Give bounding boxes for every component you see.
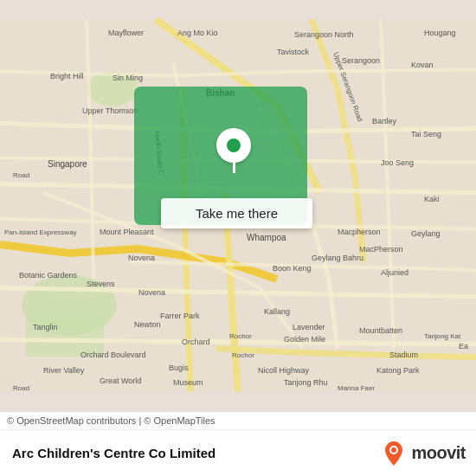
svg-text:Sin Ming: Sin Ming	[113, 74, 143, 82]
app: Mayflower Ang Mo Kio Serangoon North Hou…	[0, 0, 476, 476]
svg-text:Bartley: Bartley	[372, 117, 397, 125]
svg-text:Lavender: Lavender	[293, 323, 325, 331]
svg-text:Mayflower: Mayflower	[108, 29, 144, 37]
moovit-icon	[380, 440, 408, 467]
svg-text:Singapore: Singapore	[48, 159, 87, 169]
svg-text:Museum: Museum	[173, 378, 203, 387]
svg-text:Pan-Island Expressway: Pan-Island Expressway	[4, 228, 77, 236]
location-info: Arc Children's Centre Co Limited	[12, 446, 215, 460]
svg-text:Novena: Novena	[138, 288, 165, 297]
svg-text:Tanjong Kat: Tanjong Kat	[424, 332, 461, 340]
svg-text:Joo Seng: Joo Seng	[381, 158, 414, 167]
moovit-logo-text: moovit	[411, 443, 466, 463]
svg-text:Orchard: Orchard	[182, 338, 210, 346]
svg-text:Geylang Bahru: Geylang Bahru	[312, 254, 363, 262]
moovit-logo[interactable]: moovit	[380, 440, 466, 467]
location-pin	[215, 128, 253, 173]
svg-text:River Valley: River Valley	[43, 366, 85, 375]
svg-text:Macpherson: Macpherson	[338, 228, 381, 236]
svg-text:Rochor: Rochor	[229, 332, 252, 340]
svg-text:Orchard Boulevard: Orchard Boulevard	[80, 351, 146, 359]
svg-text:Tanjong Rhu: Tanjong Rhu	[284, 378, 328, 387]
svg-text:Tai Seng: Tai Seng	[411, 130, 441, 138]
svg-text:Geylang: Geylang	[411, 229, 441, 238]
svg-text:Newton: Newton	[134, 320, 161, 329]
svg-text:Mountbatten: Mountbatten	[359, 326, 402, 335]
svg-text:Road: Road	[13, 171, 29, 179]
svg-text:Stevens: Stevens	[87, 280, 115, 288]
svg-point-60	[391, 447, 396, 453]
attribution-bar: © OpenStreetMap contributors | © OpenMap…	[0, 411, 476, 429]
svg-text:Tanglin: Tanglin	[33, 323, 58, 331]
svg-text:Botanic Gardens: Botanic Gardens	[19, 271, 78, 280]
svg-text:MacPherson: MacPherson	[359, 245, 403, 254]
svg-text:Bugis: Bugis	[169, 363, 189, 372]
svg-text:Katong Park: Katong Park	[376, 366, 420, 375]
svg-text:Mount Pleasant: Mount Pleasant	[100, 228, 154, 236]
svg-text:Bright Hill: Bright Hill	[50, 72, 84, 80]
svg-text:Great World: Great World	[100, 376, 141, 385]
take-me-there-button[interactable]: Take me there	[161, 198, 312, 228]
svg-text:Whampoa: Whampoa	[247, 233, 286, 242]
svg-text:Hougang: Hougang	[424, 29, 456, 37]
svg-text:Aljunied: Aljunied	[381, 268, 408, 277]
svg-text:Farrer Park: Farrer Park	[160, 312, 200, 320]
svg-text:Road: Road	[13, 384, 29, 392]
svg-text:Upper Thomson: Upper Thomson	[82, 106, 138, 115]
map-container[interactable]: Mayflower Ang Mo Kio Serangoon North Hou…	[0, 0, 476, 411]
svg-text:Marina Faer: Marina Faer	[338, 384, 375, 392]
svg-text:Stadium: Stadium	[389, 351, 418, 359]
svg-text:Ea: Ea	[459, 342, 468, 351]
svg-text:Kaki: Kaki	[424, 195, 440, 203]
location-name: Arc Children's Centre Co Limited	[12, 446, 215, 460]
svg-text:Serangoon: Serangoon	[342, 56, 380, 65]
svg-text:Rochor: Rochor	[232, 351, 254, 359]
svg-text:Novena: Novena	[128, 254, 155, 262]
svg-text:Boon Keng: Boon Keng	[273, 264, 312, 273]
bottom-bar: Arc Children's Centre Co Limited moovit	[0, 429, 476, 476]
svg-text:Ang Mo Kio: Ang Mo Kio	[177, 29, 218, 37]
svg-text:Serangoon North: Serangoon North	[294, 30, 354, 39]
svg-text:Kovan: Kovan	[411, 61, 434, 69]
svg-text:Kallang: Kallang	[264, 307, 290, 316]
svg-text:Tavistock: Tavistock	[277, 48, 310, 56]
attribution-text: © OpenStreetMap contributors | © OpenMap…	[7, 415, 215, 426]
svg-text:Golden Mile: Golden Mile	[284, 335, 325, 344]
svg-text:Nicoll Highway: Nicoll Highway	[258, 366, 310, 375]
